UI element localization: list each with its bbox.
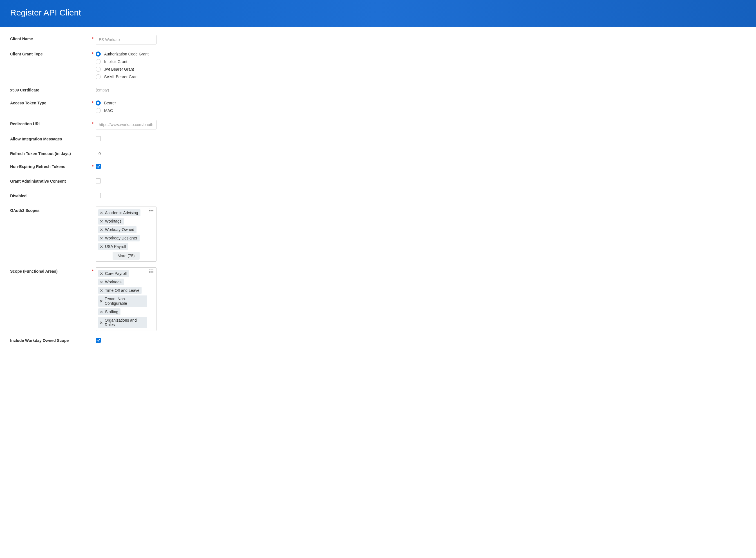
refresh-timeout-value: 0 [96,150,746,156]
chip-label: Time Off and Leave [105,288,139,293]
radio-saml[interactable] [96,74,101,79]
page-header: Register API Client [0,0,756,27]
close-icon[interactable] [99,245,103,249]
oauth2-scopes-multiselect[interactable]: Academic Advising Worktags Workday-Owned… [96,206,156,262]
radio-auth-code[interactable] [96,51,101,56]
grant-admin-checkbox[interactable] [96,178,101,183]
row-client-name: Client Name * [10,35,746,45]
chip-label: USA Payroll [105,244,126,249]
functional-scopes-multiselect[interactable]: Core Payroll Worktags Time Off and Leave… [96,267,156,331]
chip-label: Workday-Owned [105,227,134,232]
label-redirection-uri: Redirection URI [10,120,92,126]
redirection-uri-input[interactable] [96,120,156,129]
required-asterisk: * [92,269,94,274]
disabled-checkbox[interactable] [96,193,101,198]
client-name-input[interactable] [96,35,156,45]
token-type-mac[interactable]: MAC [96,107,746,114]
chip-label: Staffing [105,309,118,314]
svg-point-16 [149,270,150,270]
scope-chip: Worktags [98,218,124,225]
label-allow-integration: Allow Integration Messages [10,135,92,141]
scope-chip: Worktags [98,279,124,285]
svg-point-18 [149,271,150,272]
close-icon[interactable] [99,236,103,240]
row-allow-integration: Allow Integration Messages [10,135,746,144]
svg-point-0 [149,209,150,209]
row-x509: x509 Certificate (empty) [10,86,746,95]
close-icon[interactable] [99,272,103,276]
grant-type-auth-code[interactable]: Authorization Code Grant [96,50,746,58]
label-client-grant-type: Client Grant Type [10,50,92,56]
row-include-owned: Include Workday Owned Scope [10,336,746,346]
chip-label: Core Payroll [105,271,127,276]
row-access-token-type: Access Token Type * Bearer MAC [10,99,746,114]
list-icon[interactable] [149,269,154,274]
close-icon[interactable] [99,219,103,223]
close-icon[interactable] [99,288,103,293]
grant-type-implicit[interactable]: Implicit Grant [96,58,746,65]
label-oauth2-scopes: OAuth2 Scopes [10,206,92,213]
label-scope-functional: Scope (Functional Areas) [10,267,92,274]
x509-value: (empty) [96,86,746,92]
close-icon[interactable] [99,299,103,303]
label-non-expiring: Non-Expiring Refresh Tokens [10,163,92,169]
radio-label: Implicit Grant [104,59,127,64]
non-expiring-checkbox[interactable] [96,164,101,169]
include-owned-checkbox[interactable] [96,338,101,343]
row-refresh-timeout: Refresh Token Timeout (in days) 0 [10,150,746,159]
scope-chip: Workday Designer [98,235,140,242]
scope-chip: Workday-Owned [98,226,136,233]
list-icon[interactable] [149,208,154,213]
radio-label: SAML Bearer Grant [104,75,138,79]
row-oauth2-scopes: OAuth2 Scopes Academic Advising Worktags… [10,206,746,262]
close-icon[interactable] [99,310,103,314]
row-scope-functional: Scope (Functional Areas) * Core Payroll … [10,267,746,331]
row-client-grant-type: Client Grant Type * Authorization Code G… [10,50,746,80]
scope-chip: Tenant Non-Configurable [98,296,147,307]
row-non-expiring: Non-Expiring Refresh Tokens * [10,163,746,172]
page-title: Register API Client [10,8,746,18]
svg-point-20 [149,273,150,273]
grant-type-jwt[interactable]: Jwt Bearer Grant [96,65,746,73]
form-body: Client Name * Client Grant Type * Author… [0,27,756,357]
close-icon[interactable] [99,321,103,325]
grant-type-saml[interactable]: SAML Bearer Grant [96,73,746,80]
radio-implicit[interactable] [96,59,101,64]
chip-label: Tenant Non-Configurable [105,297,145,306]
row-disabled: Disabled [10,192,746,201]
token-type-bearer[interactable]: Bearer [96,99,746,107]
label-refresh-timeout: Refresh Token Timeout (in days) [10,150,92,156]
chip-label: Organizations and Roles [105,318,145,327]
required-asterisk: * [92,122,94,126]
scope-chip: Organizations and Roles [98,317,147,328]
chip-label: Worktags [105,280,122,284]
radio-label: Jwt Bearer Grant [104,67,134,72]
chip-label: Worktags [105,219,122,223]
svg-point-2 [149,210,150,211]
close-icon[interactable] [99,228,103,232]
radio-label: Bearer [104,101,116,105]
radio-bearer[interactable] [96,100,101,105]
scope-chip: USA Payroll [98,243,128,250]
radio-jwt[interactable] [96,67,101,72]
label-access-token-type: Access Token Type [10,99,92,105]
radio-label: MAC [104,108,113,113]
label-include-owned: Include Workday Owned Scope [10,336,92,343]
label-disabled: Disabled [10,192,92,198]
row-grant-admin: Grant Administrative Consent [10,177,746,186]
close-icon[interactable] [99,280,103,284]
chip-label: Workday Designer [105,236,137,240]
required-asterisk: * [92,36,94,41]
radio-mac[interactable] [96,108,101,113]
close-icon[interactable] [99,211,103,215]
label-client-name: Client Name [10,35,92,41]
allow-integration-checkbox[interactable] [96,136,101,141]
scope-chip: Core Payroll [98,270,129,277]
more-button[interactable]: More (75) [112,252,140,260]
row-redirection-uri: Redirection URI * [10,120,746,129]
scope-chip: Staffing [98,308,121,315]
scope-chip: Time Off and Leave [98,287,142,294]
label-x509: x509 Certificate [10,86,92,92]
required-asterisk: * [92,52,94,56]
required-asterisk: * [92,101,94,105]
